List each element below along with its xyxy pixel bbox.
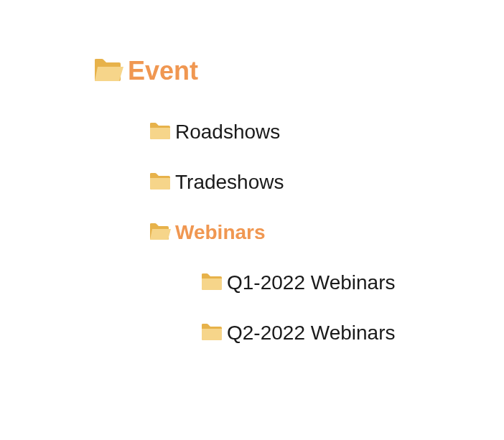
tree-item-label: Roadshows [175, 121, 280, 144]
folder-icon [201, 272, 223, 294]
tree-item-label: Webinars [175, 221, 266, 244]
tree-item-label: Q2-2022 Webinars [227, 322, 396, 345]
folder-open-icon [93, 57, 123, 85]
tree-item-webinars[interactable]: Webinars [149, 221, 504, 244]
tree-item-q1-2022-webinars[interactable]: Q1-2022 Webinars [201, 271, 504, 294]
tree-item-event[interactable]: Event [93, 56, 504, 86]
tree-item-label: Tradeshows [175, 171, 284, 194]
folder-icon [149, 121, 171, 143]
tree-item-roadshows[interactable]: Roadshows [149, 121, 504, 144]
tree-item-q2-2022-webinars[interactable]: Q2-2022 Webinars [201, 322, 504, 345]
folder-icon [149, 172, 171, 193]
tree-item-label: Q1-2022 Webinars [227, 271, 396, 294]
folder-open-icon [149, 222, 171, 243]
tree-item-tradeshows[interactable]: Tradeshows [149, 171, 504, 194]
folder-icon [201, 322, 223, 344]
tree-item-label: Event [128, 56, 198, 86]
